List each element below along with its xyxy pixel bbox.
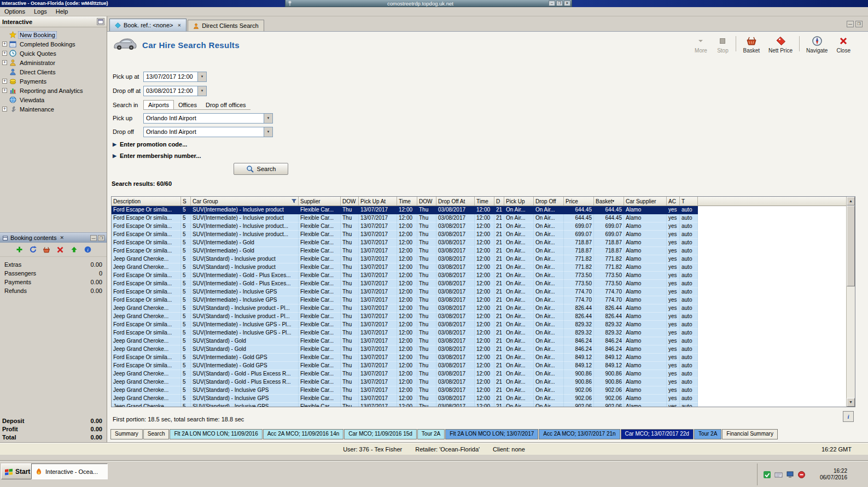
result-row[interactable]: Jeep Grand Cheroke...5SUV(Standard) - In… xyxy=(112,304,698,313)
bottom-tab-acc-2a-mco-11-09-2016-14n[interactable]: Acc 2A MCO; 11/09/2016 14n xyxy=(263,429,344,439)
panel-minimize-button[interactable]: — xyxy=(847,21,854,27)
menu-logs[interactable]: Logs xyxy=(30,8,51,15)
booking-item-passengers[interactable]: Passengers0 xyxy=(0,269,107,278)
close-button[interactable]: Close xyxy=(832,34,855,54)
menu-help[interactable]: Help xyxy=(51,8,73,15)
expand-icon[interactable]: + xyxy=(2,60,7,65)
expand-icon[interactable]: + xyxy=(2,88,7,93)
result-row[interactable]: Ford Escape Or simila...5SUV(Intermediat… xyxy=(112,272,698,280)
sidebar-item-maintenance[interactable]: +Maintenance xyxy=(0,104,107,114)
sidebar-item-quick-quotes[interactable]: +Quick Quotes xyxy=(0,49,107,58)
info-button[interactable]: i xyxy=(843,411,854,422)
result-row[interactable]: Jeep Grand Cheroke...5SUV(Standard) - In… xyxy=(112,395,698,403)
start-button[interactable]: Start xyxy=(1,463,36,479)
drop-off-at-input[interactable]: 03/08/2017 12:00 ▼ xyxy=(143,86,207,96)
delete-button[interactable] xyxy=(56,245,65,254)
column-header-7-dow[interactable]: DOW xyxy=(417,197,436,206)
taskbar-task-interactive[interactable]: Interactive - Ocea... xyxy=(31,463,108,479)
pick-up-input[interactable]: Orlando Intl Airport ▼ xyxy=(143,113,273,124)
bottom-tab-car-mco-13-07-2017-22d[interactable]: Car MCO; 13/07/2017 22d xyxy=(621,429,694,439)
bottom-tab-summary[interactable]: Summary xyxy=(110,429,143,439)
bottom-tab-tour-2a[interactable]: Tour 2A xyxy=(417,429,445,439)
result-row[interactable]: Ford Escape Or simila...5SUV(Intermediat… xyxy=(112,280,698,288)
sidebar-item-viewdata[interactable]: +Viewdata xyxy=(0,95,107,104)
sidebar-item-completed-bookings[interactable]: +Completed Bookings xyxy=(0,39,107,49)
tray-icon-1[interactable] xyxy=(763,471,771,479)
bottom-tab-acc-2a-mco-13-07-2017-21n[interactable]: Acc 2A MCO; 13/07/2017 21n xyxy=(539,429,620,439)
tray-icon-4[interactable] xyxy=(797,471,806,479)
column-header-1-s[interactable]: S xyxy=(181,197,191,206)
basket-button[interactable]: Basket xyxy=(738,34,764,54)
booking-contents-close-button[interactable]: ✕ xyxy=(59,235,65,240)
result-row[interactable]: Jeep Grand Cheroke...5SUV(Standard) - In… xyxy=(112,386,698,395)
move-up-button[interactable] xyxy=(69,245,78,254)
result-row[interactable]: Ford Escape Or simila...5SUV(Intermediat… xyxy=(112,239,698,247)
bottom-tab-flt-2a-lon-mco-lon-13-07-2017[interactable]: Flt 2A LON MCO LON; 13/07/2017 xyxy=(445,429,538,439)
column-header-14-basket[interactable]: Basket▾ xyxy=(594,197,624,206)
info-icon[interactable]: i xyxy=(83,245,92,254)
pin-icon[interactable] xyxy=(288,1,292,6)
sidebar-item-new-booking[interactable]: +New Booking xyxy=(0,30,107,39)
result-row[interactable]: Jeep Grand Cheroke...5SUV(Standard) - Go… xyxy=(112,345,698,354)
taskbar-clock[interactable]: 16:22 06/07/2016 xyxy=(815,468,847,481)
column-header-4-dow[interactable]: DOW xyxy=(341,197,359,206)
column-header-15-car-supplier[interactable]: Car Supplier xyxy=(624,197,667,206)
expand-icon[interactable]: + xyxy=(2,51,7,56)
result-row[interactable]: Jeep Grand Cheroke...5SUV(Standard) - Go… xyxy=(112,370,698,378)
search-button[interactable]: Search xyxy=(234,163,288,175)
column-header-12-drop-off[interactable]: Drop Off xyxy=(534,197,564,206)
result-row[interactable]: Jeep Grand Cheroke...5SUV(Standard) - Go… xyxy=(112,378,698,386)
pick-up-at-input[interactable]: 13/07/2017 12:00 ▼ xyxy=(143,72,207,82)
scrollbar-thumb[interactable] xyxy=(847,206,855,286)
search-in-tab-drop-off-offices[interactable]: Drop off offices xyxy=(201,101,251,109)
tray-icon-3[interactable] xyxy=(786,471,794,479)
column-header-17-t[interactable]: T xyxy=(680,197,698,206)
expand-icon[interactable]: + xyxy=(2,107,7,112)
result-row[interactable]: Ford Escape Or simila...5SUV(Intermediat… xyxy=(112,206,698,214)
result-row[interactable]: Ford Escape Or simila...5SUV(Intermediat… xyxy=(112,288,698,296)
collapse-panel-button[interactable] xyxy=(97,18,104,25)
scroll-up-button[interactable]: ▲ xyxy=(847,197,855,206)
booking-minimize-button[interactable]: — xyxy=(90,235,97,241)
booking-restore-button[interactable]: ❐ xyxy=(98,235,104,241)
result-row[interactable]: Ford Escape Or simila...5SUV(Intermediat… xyxy=(112,222,698,231)
dropdown-arrow-icon[interactable]: ▼ xyxy=(197,72,206,81)
result-row[interactable]: Ford Escape Or simila...5SUV(Intermediat… xyxy=(112,296,698,304)
column-header-9-time[interactable]: Time xyxy=(475,197,494,206)
filter-icon[interactable] xyxy=(292,199,296,203)
result-row[interactable]: Ford Escape Or simila...5SUV(Intermediat… xyxy=(112,321,698,329)
add-item-button[interactable] xyxy=(15,245,24,254)
column-header-10-d[interactable]: D xyxy=(494,197,504,206)
sidebar-item-direct-clients[interactable]: +Direct Clients xyxy=(0,67,107,77)
result-row[interactable]: Ford Escape Or simila...5SUV(Intermediat… xyxy=(112,247,698,255)
expand-icon[interactable]: + xyxy=(2,42,7,46)
result-row[interactable]: Jeep Grand Cheroke...5SUV(Standard) - In… xyxy=(112,255,698,263)
expand-icon[interactable]: + xyxy=(2,79,7,84)
search-in-tab-offices[interactable]: Offices xyxy=(174,101,201,109)
dropdown-arrow-icon[interactable]: ▼ xyxy=(264,127,272,137)
rdp-close-button[interactable]: ✕ xyxy=(564,1,570,6)
rdp-restore-button[interactable]: ❐ xyxy=(556,1,563,6)
nett-price-button[interactable]: Nett Price xyxy=(764,34,797,54)
column-header-8-drop-off-at[interactable]: Drop Off At xyxy=(436,197,475,206)
result-row[interactable]: Jeep Grand Cheroke...5SUV(Standard) - In… xyxy=(112,403,698,407)
column-header-3-supplier[interactable]: Supplier xyxy=(299,197,341,206)
column-header-5-pick-up-at[interactable]: Pick Up At xyxy=(359,197,397,206)
membership-number-expander[interactable]: ▶ Enter membership number... xyxy=(113,152,201,159)
basket-small-icon[interactable] xyxy=(42,245,51,254)
booking-item-refunds[interactable]: Refunds0.00 xyxy=(0,286,107,295)
result-row[interactable]: Ford Escape Or simila...5SUV(Intermediat… xyxy=(112,354,698,362)
refresh-button[interactable] xyxy=(28,245,37,254)
column-header-16-ac[interactable]: AC xyxy=(667,197,680,206)
column-header-11-pick-up[interactable]: Pick Up xyxy=(504,197,534,206)
result-row[interactable]: Ford Escape Or simila...5SUV(Intermediat… xyxy=(112,231,698,239)
column-header-2-car-group[interactable]: Car Group xyxy=(191,197,299,206)
result-row[interactable]: Ford Escape Or simila...5SUV(Intermediat… xyxy=(112,214,698,222)
tab-close-icon[interactable]: ✕ xyxy=(178,23,182,28)
rdp-minimize-button[interactable]: – xyxy=(549,1,555,6)
dropdown-arrow-icon[interactable]: ▼ xyxy=(197,86,206,96)
tray-icon-2[interactable] xyxy=(774,471,783,479)
column-header-6-time[interactable]: Time xyxy=(397,197,417,206)
sidebar-item-administrator[interactable]: +Administrator xyxy=(0,58,107,67)
menu-options[interactable]: Options xyxy=(0,8,30,15)
